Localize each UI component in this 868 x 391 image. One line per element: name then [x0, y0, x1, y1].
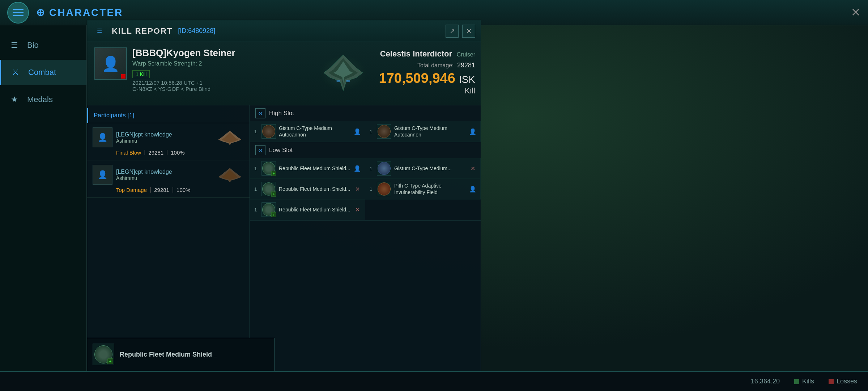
kill-report-id: [ID:6480928]: [178, 27, 215, 35]
high-item-2-icon-img: [378, 125, 391, 138]
kills-label: Kills: [802, 378, 814, 385]
high-slot-label: High Slot: [269, 110, 294, 117]
low-slot-items: 1 + Republic Fleet Medium Shield... 👤 1: [250, 158, 481, 220]
high-slot-items: 1 Gistum C-Type Medium Autocannon 👤 1 Gi…: [250, 121, 481, 142]
participant-2-avatar: 👤: [93, 165, 112, 185]
victim-ship-image: [307, 46, 379, 100]
external-link-button[interactable]: ↗: [446, 25, 459, 38]
low-slot-label: Low Slot: [269, 147, 293, 154]
kr-close-button[interactable]: ✕: [462, 25, 475, 38]
total-damage-label: Total damage: 29281: [379, 62, 475, 69]
tooltip-text: Republic Fleet Medium Shield _: [120, 351, 269, 358]
low-item-5-icon: +: [261, 202, 276, 217]
high-item-2-action[interactable]: 👤: [469, 128, 476, 135]
svg-rect-2: [13, 15, 24, 16]
low-slot-item-3[interactable]: 1 + Republic Fleet Medium Shield... ✕: [250, 179, 365, 199]
participant-1-ship-svg: [216, 129, 243, 146]
high-item-1-icon-img: [262, 125, 275, 138]
footer-isk: 16,364.20: [751, 378, 780, 385]
participant-item-1[interactable]: 👤 [LEGN]cpt knowledge Ashimmu Final Blow: [87, 123, 250, 160]
title-icon: ⊕: [36, 7, 46, 18]
svg-point-4: [336, 80, 340, 82]
low-slot-header: ⊙ Low Slot: [250, 142, 481, 158]
participant-1-corp: Ashimmu: [116, 138, 212, 144]
high-item-1-action[interactable]: 👤: [354, 128, 361, 135]
slots-panel: ⊙ High Slot 1 Gistum C-Type Medium Autoc…: [250, 105, 481, 391]
high-slot-item-1[interactable]: 1 Gistum C-Type Medium Autocannon 👤: [250, 121, 365, 142]
kill-report-panel: ☰ KILL REPORT [ID:6480928] ↗ ✕ 👤 [BBBQ]K…: [87, 20, 481, 391]
kr-header-actions: ↗ ✕: [446, 25, 475, 38]
participant-1-name: [LEGN]cpt knowledge: [116, 131, 212, 138]
low-item-1-qty: 1: [254, 166, 259, 171]
high-slot-item-2[interactable]: 1 Gistum C-Type Medium Autocannon 👤: [365, 121, 481, 142]
low-item-4-action[interactable]: 👤: [469, 186, 476, 192]
ship-name-line: Celestis Interdictor Cruiser: [379, 49, 475, 59]
participant-1-ship: [215, 129, 244, 147]
victim-kills-badge: 1 Kill: [132, 70, 150, 78]
sidebar-item-medals[interactable]: ★ Medals: [0, 87, 86, 112]
low-item-5-plus: +: [271, 212, 276, 217]
low-item-3-icon: +: [261, 182, 276, 196]
participant-1-info: [LEGN]cpt knowledge Ashimmu: [116, 131, 212, 144]
low-slot-section: ⊙ Low Slot 1 + Republic Fleet Medium Shi…: [250, 142, 481, 220]
participant-2-ship-svg: [216, 167, 243, 183]
low-slot-item-2[interactable]: 1 Gistum C-Type Medium... ✕: [365, 158, 481, 179]
losses-label: Losses: [837, 378, 857, 385]
low-item-1-plus: +: [271, 171, 276, 176]
low-item-2-qty: 1: [370, 166, 374, 171]
victim-section: 👤 [BBBQ]Kyogen Steiner Warp Scramble Str…: [87, 42, 481, 105]
low-item-2-action[interactable]: ✕: [469, 165, 476, 172]
app-title: ⊕ CHARACTER: [36, 7, 123, 18]
low-item-3-qty: 1: [254, 186, 259, 192]
menu-button[interactable]: [7, 2, 29, 24]
high-slot-section: ⊙ High Slot 1 Gistum C-Type Medium Autoc…: [250, 105, 481, 142]
participant-1-avatar: 👤: [93, 127, 112, 147]
low-item-5-action[interactable]: ✕: [354, 206, 361, 213]
low-item-4-name: Pith C-Type Adaptive Invulnerability Fie…: [394, 182, 467, 196]
ship-svg: [311, 47, 376, 98]
low-slot-item-1[interactable]: 1 + Republic Fleet Medium Shield... 👤: [250, 158, 365, 179]
footer-kills: Kills: [794, 378, 814, 385]
low-slot-icon: ⊙: [255, 145, 265, 155]
high-item-2-icon: [377, 124, 391, 139]
victim-stats: Celestis Interdictor Cruiser Total damag…: [379, 49, 475, 96]
kr-menu-button[interactable]: ☰: [93, 24, 106, 38]
low-item-3-action[interactable]: ✕: [354, 186, 361, 192]
participant-1-damage: 29281: [148, 150, 163, 156]
result-label: Kill: [379, 86, 475, 96]
main-close-button[interactable]: ✕: [851, 5, 861, 19]
participants-header: Participants [1]: [87, 108, 250, 123]
high-item-2-name: Gistum C-Type Medium Autocannon: [394, 125, 467, 138]
participant-2-corp: Ashimmu: [116, 175, 212, 181]
high-item-1-qty: 1: [254, 129, 259, 134]
top-damage-label: Top Damage: [116, 187, 147, 193]
page-footer: 16,364.20 Kills Losses: [0, 371, 868, 391]
participant-2-bottom: Top Damage | 29281 | 100%: [93, 186, 244, 193]
sidebar-label-bio: Bio: [27, 41, 39, 50]
victim-red-badge: [121, 74, 125, 79]
sidebar-label-combat: Combat: [28, 68, 56, 77]
participant-2-pct: 100%: [176, 187, 190, 193]
victim-avatar: 👤: [94, 47, 127, 80]
high-item-1-icon: [261, 124, 276, 139]
low-slot-item-5[interactable]: 1 + Republic Fleet Medium Shield... ✕: [250, 199, 365, 220]
svg-rect-1: [13, 12, 24, 13]
footer-isk-value: 16,364.20: [751, 378, 780, 385]
low-item-5-name: Republic Fleet Medium Shield...: [279, 206, 351, 213]
participant-1-bottom: Final Blow | 29281 | 100%: [93, 149, 244, 156]
left-sidebar: ☰ Bio ⚔ Combat ★ Medals: [0, 25, 87, 391]
kill-report-header: ☰ KILL REPORT [ID:6480928] ↗ ✕: [87, 20, 481, 42]
sidebar-item-bio[interactable]: ☰ Bio: [0, 33, 86, 58]
low-item-5-qty: 1: [254, 207, 259, 213]
bio-icon: ☰: [7, 38, 22, 52]
tooltip-box: + Republic Fleet Medium Shield _: [87, 338, 275, 371]
high-slot-header: ⊙ High Slot: [250, 105, 481, 121]
low-slot-item-4[interactable]: 1 Pith C-Type Adaptive Invulnerability F…: [365, 179, 481, 199]
participant-1-top: 👤 [LEGN]cpt knowledge Ashimmu: [93, 127, 244, 147]
low-item-1-action[interactable]: 👤: [354, 165, 361, 172]
sidebar-item-combat[interactable]: ⚔ Combat: [0, 60, 86, 85]
tooltip-icon: +: [93, 344, 114, 365]
final-blow-label: Final Blow: [116, 150, 141, 156]
participant-2-name: [LEGN]cpt knowledge: [116, 169, 212, 175]
participant-item-2[interactable]: 👤 [LEGN]cpt knowledge Ashimmu Top Damage: [87, 160, 250, 198]
